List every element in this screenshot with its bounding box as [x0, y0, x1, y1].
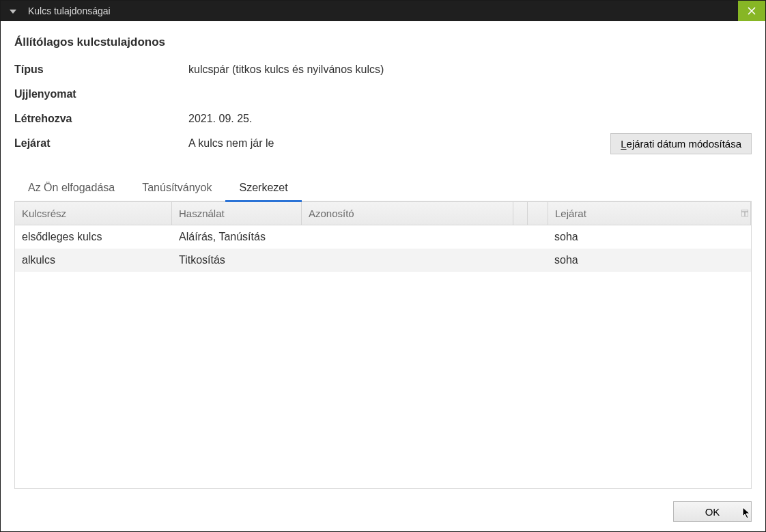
cell-expiry: soha	[548, 249, 751, 272]
cell-spacer1	[513, 249, 527, 272]
ok-button[interactable]: OK	[673, 501, 752, 522]
row-fingerprint: Ujjlenyomat	[14, 82, 752, 107]
section-heading: Állítólagos kulcstulajdonos	[14, 36, 752, 49]
table-row[interactable]: alkulcs Titkosítás soha	[15, 249, 751, 272]
cell-part: elsődleges kulcs	[15, 225, 172, 249]
window: Kulcs tulajdonságai Állítólagos kulcstul…	[0, 0, 766, 532]
created-value: 2021. 09. 25.	[188, 113, 752, 125]
cell-id	[302, 249, 513, 272]
row-expiry: Lejárat A kulcs nem jár le Lejárati dátu…	[14, 131, 752, 156]
row-type: Típus kulcspár (titkos kulcs és nyilváno…	[14, 57, 752, 82]
col-header-spacer1	[513, 202, 528, 225]
change-expiry-rest: ejárati dátum módosítása	[627, 138, 741, 150]
table-row[interactable]: elsődleges kulcs Aláírás, Tanúsítás soha	[15, 225, 751, 249]
tabs: Az Ön elfogadása Tanúsítványok Szerkezet	[14, 175, 752, 202]
expiry-label: Lejárat	[14, 137, 188, 150]
tab-structure[interactable]: Szerkezet	[225, 175, 301, 201]
cell-usage: Aláírás, Tanúsítás	[172, 225, 302, 249]
content: Állítólagos kulcstulajdonos Típus kulcsp…	[1, 21, 765, 496]
cell-part: alkulcs	[15, 249, 172, 272]
fingerprint-label: Ujjlenyomat	[14, 88, 188, 100]
col-header-usage[interactable]: Használat	[172, 202, 302, 225]
change-expiry-mnemonic: L	[621, 138, 626, 150]
window-title: Kulcs tulajdonságai	[28, 5, 111, 16]
type-label: Típus	[14, 64, 188, 76]
cell-spacer1	[513, 225, 527, 249]
table-header: Kulcsrész Használat Azonosító Lejárat	[15, 202, 751, 225]
structure-table: Kulcsrész Használat Azonosító Lejárat el…	[14, 202, 752, 489]
expiry-value: A kulcs nem jár le	[188, 137, 610, 150]
col-header-id[interactable]: Azonosító	[302, 202, 513, 225]
col-header-spacer2	[528, 202, 548, 225]
col-header-part[interactable]: Kulcsrész	[15, 202, 172, 225]
cell-id	[302, 225, 513, 249]
cell-usage: Titkosítás	[172, 249, 302, 272]
tab-certificates[interactable]: Tanúsítványok	[128, 175, 225, 201]
type-value: kulcspár (titkos kulcs és nyilvános kulc…	[188, 64, 752, 76]
cell-spacer2	[527, 225, 548, 249]
titlebar: Kulcs tulajdonságai	[1, 1, 765, 21]
window-close-button[interactable]	[738, 1, 765, 21]
tab-acceptance[interactable]: Az Ön elfogadása	[14, 175, 128, 201]
footer: OK	[1, 496, 765, 531]
table-body: elsődleges kulcs Aláírás, Tanúsítás soha…	[15, 225, 751, 488]
change-expiry-button[interactable]: Lejárati dátum módosítása	[610, 133, 752, 154]
col-header-expiry[interactable]: Lejárat	[548, 202, 751, 225]
cell-expiry: soha	[548, 225, 751, 249]
cell-spacer2	[527, 249, 548, 272]
window-menu-button[interactable]	[5, 6, 21, 16]
row-created: Létrehozva 2021. 09. 25.	[14, 107, 752, 131]
created-label: Létrehozva	[14, 113, 188, 125]
configure-columns-icon[interactable]	[741, 210, 748, 218]
